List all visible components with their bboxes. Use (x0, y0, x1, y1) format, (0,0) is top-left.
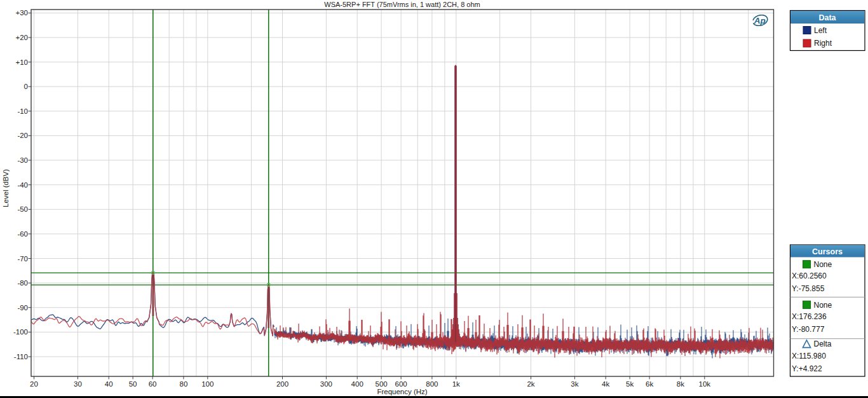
svg-text:X:115.980: X:115.980 (792, 352, 826, 360)
svg-text:X:176.236: X:176.236 (792, 312, 827, 321)
svg-text:Cursors: Cursors (812, 247, 843, 256)
svg-text:20: 20 (30, 380, 38, 388)
svg-text:-10: -10 (17, 107, 28, 115)
svg-text:-30: -30 (17, 156, 28, 164)
svg-text:0: 0 (24, 83, 28, 90)
svg-text:-20: -20 (17, 132, 28, 139)
svg-text:6k: 6k (646, 380, 653, 388)
svg-text:8k: 8k (677, 380, 684, 388)
svg-text:100: 100 (201, 380, 214, 388)
svg-text:500: 500 (376, 380, 388, 388)
svg-text:-60: -60 (17, 230, 28, 238)
svg-text:X:60.2560: X:60.2560 (792, 271, 827, 280)
svg-text:+20: +20 (15, 34, 28, 41)
svg-text:80: 80 (180, 380, 188, 388)
svg-text:+10: +10 (15, 58, 28, 66)
svg-text:WSA-5RP+ FFT (75mVrms in, 1 wa: WSA-5RP+ FFT (75mVrms in, 1 watt) 2CH, 8… (324, 1, 480, 8)
svg-text:Level (dBV): Level (dBV) (2, 169, 10, 207)
svg-text:5k: 5k (626, 380, 634, 388)
svg-text:Data: Data (818, 13, 836, 22)
svg-text:60: 60 (149, 380, 157, 388)
svg-text:30: 30 (74, 380, 82, 388)
svg-text:800: 800 (426, 380, 438, 388)
svg-text:None: None (814, 301, 832, 310)
svg-text:300: 300 (320, 380, 332, 388)
svg-text:-70: -70 (17, 255, 28, 263)
svg-text:-90: -90 (17, 304, 28, 312)
svg-text:4k: 4k (602, 380, 609, 388)
svg-text:3k: 3k (571, 380, 578, 388)
svg-text:50: 50 (129, 380, 137, 388)
svg-text:-100: -100 (13, 328, 28, 336)
svg-text:-110: -110 (14, 353, 28, 360)
svg-text:Left: Left (814, 26, 827, 35)
svg-text:-50: -50 (17, 205, 28, 213)
svg-text:+30: +30 (15, 9, 28, 17)
svg-text:1k: 1k (452, 380, 460, 388)
svg-text:None: None (814, 260, 832, 269)
svg-text:10k: 10k (699, 380, 711, 388)
svg-text:Y:-75.855: Y:-75.855 (792, 284, 825, 293)
svg-text:200: 200 (276, 380, 288, 388)
svg-text:Frequency (Hz): Frequency (Hz) (377, 388, 427, 395)
svg-text:Ap: Ap (754, 16, 766, 25)
svg-text:Y:+4.922: Y:+4.922 (792, 364, 822, 373)
svg-text:2k: 2k (527, 380, 534, 388)
svg-text:-80: -80 (17, 279, 28, 287)
svg-text:Right: Right (814, 39, 832, 48)
svg-text:400: 400 (351, 380, 363, 388)
svg-text:600: 600 (395, 380, 407, 388)
svg-text:40: 40 (105, 380, 113, 388)
svg-text:-40: -40 (17, 181, 28, 189)
svg-text:Y:-80.777: Y:-80.777 (792, 325, 825, 334)
svg-text:Delta: Delta (814, 340, 832, 348)
